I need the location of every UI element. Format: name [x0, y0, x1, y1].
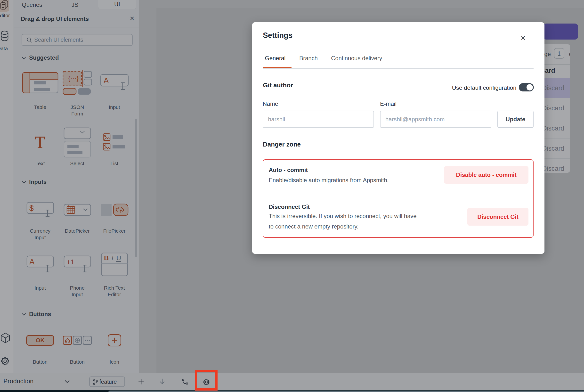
disable-auto-commit-button[interactable]: Disable auto - commit — [444, 166, 529, 184]
danger-zone-heading: Danger zone — [263, 141, 301, 148]
name-field[interactable] — [263, 110, 374, 128]
tab-general[interactable]: General — [265, 55, 285, 62]
tab-continuous-delivery[interactable]: Continuous delivery — [331, 55, 382, 62]
disconnect-git-description: This is irreversible. If you wish to rec… — [269, 211, 463, 232]
divider — [269, 194, 529, 194]
name-label: Name — [263, 100, 278, 107]
git-author-heading: Git author — [263, 82, 293, 89]
modal-title: Settings — [263, 31, 292, 40]
close-icon[interactable]: ✕ — [521, 35, 526, 41]
email-label: E-mail — [380, 100, 397, 107]
divider — [263, 68, 534, 69]
git-settings-modal: Settings ✕ General Branch Continuous del… — [252, 22, 545, 254]
auto-commit-title: Auto - commit — [269, 167, 308, 174]
update-button[interactable]: Update — [498, 110, 534, 128]
appsmith-editor: Page 1 of Discard Discard Discard Discar… — [0, 0, 584, 392]
tab-branch[interactable]: Branch — [299, 55, 318, 62]
disconnect-git-title: Disconnect Git — [269, 204, 310, 210]
auto-commit-description: Enable/disable auto migrations from Apps… — [269, 175, 389, 185]
disconnect-git-button[interactable]: Disconnect Git — [467, 208, 529, 226]
use-default-config-toggle[interactable] — [519, 83, 534, 92]
annotation-highlight-box — [195, 370, 218, 390]
email-field[interactable] — [380, 110, 491, 128]
use-default-config-label: Use default configuration — [435, 84, 516, 91]
toggle-knob — [527, 84, 533, 90]
danger-zone-box: Auto - commit Enable/disable auto migrat… — [263, 159, 534, 238]
